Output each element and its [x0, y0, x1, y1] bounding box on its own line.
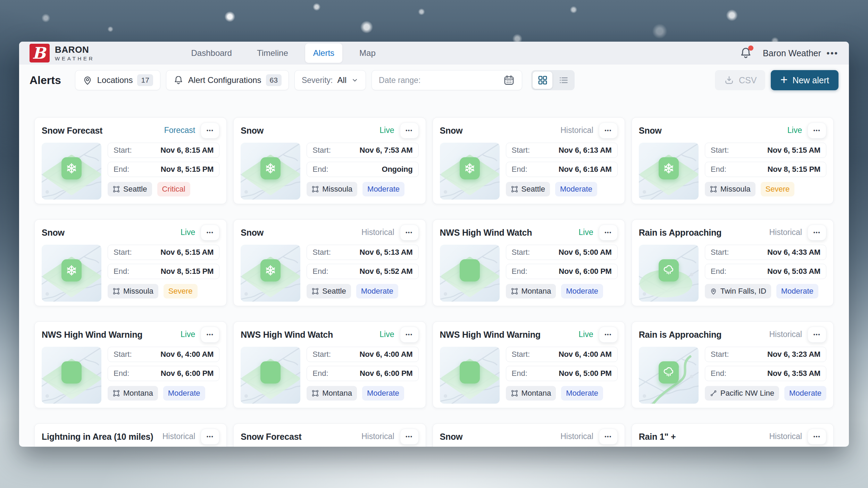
location-chip: Montana [108, 386, 158, 401]
nav-item-alerts[interactable]: Alerts [305, 43, 342, 63]
alert-card[interactable]: Snow Historical ••• [433, 117, 625, 204]
alert-map-thumbnail [241, 143, 300, 200]
alert-card[interactable]: Snow Historical ••• [433, 423, 625, 447]
location-label: Missoula [322, 185, 352, 194]
start-label: Start: [512, 146, 530, 155]
alert-map-thumbnail [639, 245, 699, 302]
alert-card[interactable]: Snow Historical ••• [233, 219, 426, 306]
card-menu-button[interactable]: ••• [400, 327, 419, 343]
card-menu-button[interactable]: ••• [599, 327, 618, 343]
alert-title: NWS High Wind Watch [440, 228, 579, 238]
card-menu-button[interactable]: ••• [808, 327, 826, 343]
card-menu-button[interactable]: ••• [808, 123, 826, 138]
app-window: B BARON WEATHER DashboardTimelineAlertsM… [19, 42, 849, 447]
card-menu-button[interactable]: ••• [400, 429, 419, 445]
card-menu-button[interactable]: ••• [599, 429, 618, 445]
alert-title: NWS High Wind Warning [440, 330, 579, 340]
date-range-placeholder: Date range: [379, 76, 420, 85]
polygon-icon [311, 389, 319, 397]
end-label: End: [312, 369, 328, 378]
card-menu-button[interactable]: ••• [201, 327, 219, 343]
list-view-button[interactable] [553, 71, 573, 89]
alert-card[interactable]: Snow Live ••• [34, 219, 227, 306]
start-row: Start: Nov 6, 5:13 AM [307, 245, 418, 260]
alert-card[interactable]: NWS High Wind Warning Live ••• [34, 321, 227, 408]
severity-badge: Moderate [784, 386, 826, 401]
alert-card[interactable]: Snow Forecast Forecast ••• [34, 117, 227, 204]
start-value: Nov 6, 3:23 AM [767, 350, 820, 359]
calendar-icon [503, 74, 515, 86]
alert-status-label: Live [379, 330, 394, 339]
card-menu-button[interactable]: ••• [599, 123, 618, 138]
start-row: Start: Nov 6, 5:15 AM [705, 143, 826, 158]
card-menu-button[interactable]: ••• [808, 225, 826, 241]
alert-configurations-filter-button[interactable]: Alert Configurations 63 [166, 70, 289, 90]
polygon-icon [112, 185, 120, 193]
alert-card[interactable]: Rain 1" + Historical ••• [632, 423, 834, 447]
alert-card[interactable]: Snow Live ••• [632, 117, 834, 204]
polygon-icon [311, 287, 319, 295]
end-value: Nov 6, 6:00 PM [559, 267, 611, 276]
user-name[interactable]: Baron Weather [763, 48, 821, 58]
alerts-toolbar: Alerts Locations 17 Alert Configurations… [19, 70, 849, 90]
end-row: End: Nov 6, 6:00 PM [506, 264, 618, 279]
alert-status-label: Live [181, 228, 195, 237]
alert-card[interactable]: Lightning in Area (10 miles) Historical … [34, 423, 227, 447]
alert-card[interactable]: Snow Live ••• [233, 117, 426, 204]
alert-card[interactable]: Rain is Approaching Historical ••• [632, 219, 834, 306]
card-menu-button[interactable]: ••• [808, 429, 826, 445]
alert-card[interactable]: NWS High Wind Watch Live ••• [433, 219, 625, 306]
alert-title: Snow [440, 126, 561, 136]
user-menu-ellipsis-icon[interactable]: ••• [827, 51, 838, 55]
locations-filter-button[interactable]: Locations 17 [75, 70, 160, 90]
ellipsis-icon: ••• [604, 128, 612, 133]
severity-badge: Moderate [561, 386, 603, 401]
end-value: Nov 6, 5:03 AM [767, 267, 820, 276]
brand-name-bottom: WEATHER [55, 56, 95, 61]
start-value: Nov 6, 5:13 AM [360, 248, 413, 257]
alert-type-icon [260, 259, 281, 281]
location-chip: Montana [307, 386, 357, 401]
severity-filter-select[interactable]: Severity: All [294, 70, 366, 90]
grid-view-button[interactable] [533, 71, 552, 89]
export-csv-button[interactable]: CSV [715, 70, 765, 90]
nav-item-dashboard[interactable]: Dashboard [183, 43, 240, 63]
nav-item-timeline[interactable]: Timeline [249, 43, 296, 63]
alert-type-icon [460, 361, 480, 384]
nav-item-map[interactable]: Map [351, 43, 384, 63]
card-menu-button[interactable]: ••• [400, 225, 419, 241]
end-value: Nov 6, 5:00 PM [559, 369, 611, 378]
card-menu-button[interactable]: ••• [201, 123, 219, 138]
end-label: End: [114, 165, 129, 174]
location-chip: Twin Falls, ID [705, 284, 771, 298]
end-label: End: [512, 267, 527, 276]
alert-status-label: Historical [361, 432, 394, 441]
ellipsis-icon: ••• [207, 230, 214, 235]
start-value: Nov 6, 4:33 AM [767, 248, 820, 257]
card-menu-button[interactable]: ••• [400, 123, 419, 138]
location-label: Pacific NW Line [720, 389, 774, 398]
end-row: End: Nov 6, 5:03 AM [705, 264, 826, 279]
alert-card[interactable]: Snow Forecast Historical ••• [233, 423, 426, 447]
location-label: Missoula [720, 185, 751, 194]
new-alert-button[interactable]: + New alert [771, 70, 838, 90]
end-label: End: [312, 165, 328, 174]
date-range-input[interactable]: Date range: [372, 70, 522, 90]
severity-badge: Moderate [362, 182, 404, 196]
card-menu-button[interactable]: ••• [201, 225, 219, 241]
nav-item-label: Map [359, 48, 376, 58]
alert-card[interactable]: NWS High Wind Warning Live ••• [433, 321, 625, 408]
start-value: Nov 6, 4:00 AM [360, 350, 413, 359]
end-label: End: [711, 267, 726, 276]
alert-title: Snow [639, 126, 787, 136]
end-row: End: Nov 6, 3:53 AM [705, 366, 826, 381]
card-menu-button[interactable]: ••• [599, 225, 618, 241]
card-menu-button[interactable]: ••• [201, 429, 219, 445]
alert-card[interactable]: NWS High Wind Watch Live ••• [233, 321, 426, 408]
notifications-button[interactable] [738, 46, 753, 60]
end-label: End: [512, 165, 527, 174]
alert-type-icon [659, 361, 679, 384]
alert-title: Snow [440, 432, 561, 442]
snowflake-icon [464, 162, 476, 175]
alert-card[interactable]: Rain is Approaching Historical ••• [632, 321, 834, 408]
